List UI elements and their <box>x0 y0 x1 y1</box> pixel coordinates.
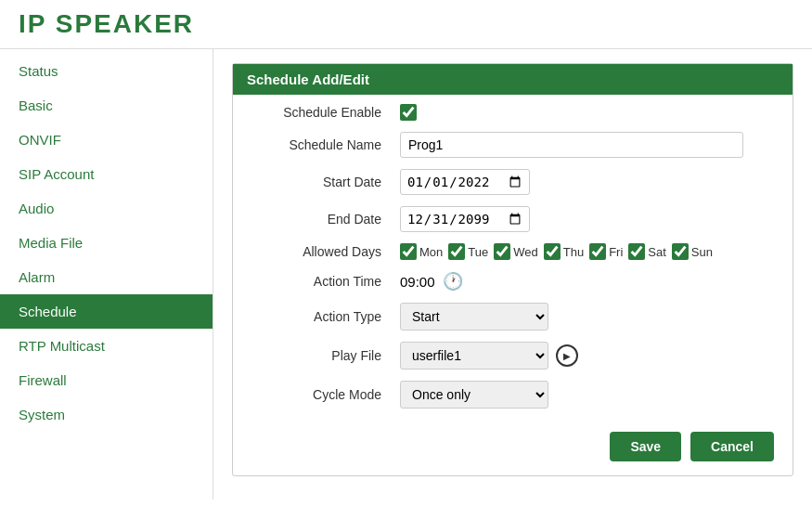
day-checkbox-sat[interactable] <box>628 243 645 260</box>
day-label-tue: Tue <box>468 245 488 259</box>
day-checkbox-wed[interactable] <box>494 243 510 260</box>
schedule-name-row: Schedule Name <box>251 132 774 158</box>
sidebar-item-audio[interactable]: Audio <box>0 191 213 226</box>
play-file-row: Play File userfile1 userfile2 ▶ <box>251 342 774 370</box>
sidebar-item-system[interactable]: System <box>0 397 213 432</box>
action-type-row: Action Type Start Stop <box>251 303 774 331</box>
cycle-mode-row: Cycle Mode Once only Daily Weekly <box>251 381 774 409</box>
play-file-select[interactable]: userfile1 userfile2 <box>400 342 548 370</box>
day-checkbox-sun[interactable] <box>672 243 689 260</box>
schedule-enable-row: Schedule Enable <box>251 104 774 121</box>
sidebar-item-rtp-multicast[interactable]: RTP Multicast <box>0 329 213 363</box>
start-date-row: Start Date <box>251 169 774 195</box>
allowed-days-control: MonTueWedThuFriSatSun <box>400 243 774 260</box>
schedule-enable-label: Schedule Enable <box>251 105 400 120</box>
end-date-row: End Date <box>251 206 774 232</box>
schedule-panel: Schedule Add/Edit Schedule Enable Schedu… <box>232 63 793 476</box>
sidebar-item-firewall[interactable]: Firewall <box>0 363 213 397</box>
panel-body: Schedule Enable Schedule Name Start Date <box>233 95 793 475</box>
day-item-wed: Wed <box>494 243 538 260</box>
play-file-control: userfile1 userfile2 ▶ <box>400 342 774 370</box>
app-title: IP SPEAKER <box>19 9 793 39</box>
schedule-name-input[interactable] <box>400 132 743 158</box>
day-label-mon: Mon <box>419 245 443 259</box>
action-type-select[interactable]: Start Stop <box>400 303 548 331</box>
day-checkbox-tue[interactable] <box>448 243 465 260</box>
clock-icon: 🕐 <box>443 271 463 292</box>
allowed-days-label: Allowed Days <box>251 244 400 259</box>
action-time-row: Action Time 09:00 🕐 <box>251 271 774 292</box>
action-time-display: 09:00 <box>400 274 435 290</box>
day-label-wed: Wed <box>513 245 538 259</box>
end-date-control <box>400 206 774 232</box>
cycle-mode-select[interactable]: Once only Daily Weekly <box>400 381 548 409</box>
day-item-fri: Fri <box>589 243 623 260</box>
end-date-label: End Date <box>251 212 400 227</box>
day-item-sun: Sun <box>672 243 713 260</box>
sidebar: StatusBasicONVIFSIP AccountAudioMedia Fi… <box>0 49 213 500</box>
app-header: IP SPEAKER <box>0 0 812 49</box>
panel-header: Schedule Add/Edit <box>233 64 793 95</box>
sidebar-item-status[interactable]: Status <box>0 54 213 88</box>
days-container: MonTueWedThuFriSatSun <box>400 243 713 260</box>
main-content: Schedule Add/Edit Schedule Enable Schedu… <box>213 49 812 500</box>
day-item-tue: Tue <box>448 243 488 260</box>
sidebar-item-onvif[interactable]: ONVIF <box>0 123 213 157</box>
save-button[interactable]: Save <box>610 432 681 461</box>
day-label-fri: Fri <box>609 245 623 259</box>
action-type-label: Action Type <box>251 309 400 324</box>
panel-title: Schedule Add/Edit <box>247 71 369 87</box>
sidebar-item-media-file[interactable]: Media File <box>0 226 213 260</box>
schedule-enable-checkbox[interactable] <box>400 104 417 121</box>
schedule-enable-control <box>400 104 774 121</box>
action-time-control: 09:00 🕐 <box>400 271 774 292</box>
start-date-input[interactable] <box>400 169 530 195</box>
button-row: Save Cancel <box>251 422 774 461</box>
day-item-thu: Thu <box>544 243 584 260</box>
start-date-control <box>400 169 774 195</box>
action-type-control: Start Stop <box>400 303 774 331</box>
day-checkbox-fri[interactable] <box>589 243 606 260</box>
allowed-days-row: Allowed Days MonTueWedThuFriSatSun <box>251 243 774 260</box>
sidebar-item-schedule[interactable]: Schedule <box>0 294 213 329</box>
start-date-label: Start Date <box>251 175 400 189</box>
action-time-label: Action Time <box>251 274 400 289</box>
day-item-mon: Mon <box>400 243 443 260</box>
schedule-name-control <box>400 132 774 158</box>
day-label-thu: Thu <box>563 245 584 259</box>
sidebar-item-alarm[interactable]: Alarm <box>0 260 213 294</box>
sidebar-item-sip-account[interactable]: SIP Account <box>0 157 213 191</box>
day-label-sat: Sat <box>648 245 666 259</box>
sidebar-item-basic[interactable]: Basic <box>0 88 213 123</box>
end-date-input[interactable] <box>400 206 530 232</box>
schedule-name-label: Schedule Name <box>251 137 400 152</box>
day-checkbox-mon[interactable] <box>400 243 417 260</box>
play-preview-button[interactable]: ▶ <box>556 344 578 367</box>
day-label-sun: Sun <box>691 245 713 259</box>
day-item-sat: Sat <box>628 243 666 260</box>
cancel-button[interactable]: Cancel <box>690 432 774 461</box>
play-file-label: Play File <box>251 348 400 363</box>
cycle-mode-control: Once only Daily Weekly <box>400 381 774 409</box>
cycle-mode-label: Cycle Mode <box>251 387 400 402</box>
day-checkbox-thu[interactable] <box>544 243 561 260</box>
